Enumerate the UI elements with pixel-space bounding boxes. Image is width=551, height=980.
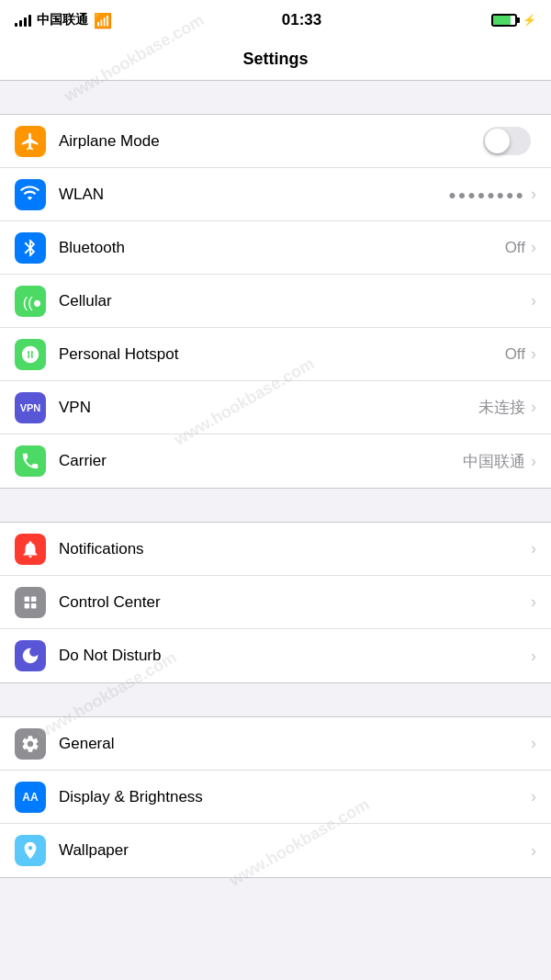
notifications-group: Notifications › Control Center › Do Not … <box>0 522 551 683</box>
carrier-value: 中国联通 <box>463 451 525 472</box>
general-icon <box>15 728 46 760</box>
cellular-row[interactable]: ((●)) Cellular › <box>0 275 551 328</box>
svg-rect-4 <box>31 603 36 608</box>
svg-rect-3 <box>25 603 29 608</box>
vpn-icon: VPN <box>15 392 46 423</box>
wlan-label: WLAN <box>59 186 448 204</box>
svg-rect-1 <box>25 596 29 602</box>
general-label: General <box>59 735 531 753</box>
airplane-mode-label: Airplane Mode <box>59 132 483 151</box>
network-group: Airplane Mode WLAN ●●●●●●●● › Bluetooth … <box>0 114 551 489</box>
status-right: ⚡ <box>491 14 536 27</box>
vpn-value: 未连接 <box>478 397 525 418</box>
status-bar: 中国联通 📶 01:33 ⚡ <box>0 0 551 40</box>
personal-hotspot-row[interactable]: Personal Hotspot Off › <box>0 328 551 381</box>
status-time: 01:33 <box>282 11 321 29</box>
bluetooth-chevron: › <box>531 238 536 257</box>
wlan-chevron: › <box>531 185 536 204</box>
general-chevron: › <box>531 734 536 753</box>
bluetooth-value: Off <box>505 239 525 257</box>
carrier-label: Carrier <box>59 452 463 470</box>
do-not-disturb-chevron: › <box>531 647 536 666</box>
wallpaper-chevron: › <box>531 841 536 861</box>
wlan-value: ●●●●●●●● <box>448 187 525 202</box>
bluetooth-row[interactable]: Bluetooth Off › <box>0 221 551 275</box>
personal-hotspot-label: Personal Hotspot <box>59 345 505 364</box>
svg-text:((●)): ((●)) <box>23 294 40 310</box>
personal-hotspot-chevron: › <box>531 344 536 364</box>
notifications-icon <box>15 534 46 565</box>
personal-hotspot-icon <box>15 339 46 370</box>
charging-icon: ⚡ <box>523 14 536 27</box>
display-brightness-label: Display & Brightness <box>59 788 531 806</box>
bluetooth-label: Bluetooth <box>59 239 505 257</box>
display-brightness-chevron: › <box>531 787 536 806</box>
display-brightness-row[interactable]: AA Display & Brightness › <box>0 771 551 824</box>
section-gap-bottom <box>0 878 551 911</box>
cellular-label: Cellular <box>59 292 531 310</box>
do-not-disturb-icon <box>15 640 46 671</box>
notifications-row[interactable]: Notifications › <box>0 523 551 576</box>
wallpaper-icon <box>15 835 46 866</box>
carrier-chevron: › <box>531 452 536 471</box>
carrier-label: 中国联通 <box>37 12 88 28</box>
section-gap-2 <box>0 489 551 522</box>
airplane-mode-row[interactable]: Airplane Mode <box>0 115 551 168</box>
vpn-chevron: › <box>531 398 536 417</box>
control-center-label: Control Center <box>59 593 531 612</box>
status-left: 中国联通 📶 <box>15 12 112 29</box>
notifications-label: Notifications <box>59 540 531 558</box>
wlan-icon <box>15 179 46 210</box>
carrier-icon <box>15 445 46 477</box>
wallpaper-row[interactable]: Wallpaper › <box>0 824 551 877</box>
vpn-row[interactable]: VPN VPN 未连接 › <box>0 381 551 434</box>
svg-rect-2 <box>31 596 36 602</box>
airplane-mode-toggle[interactable] <box>483 127 531 155</box>
carrier-row[interactable]: Carrier 中国联通 › <box>0 434 551 488</box>
airplane-mode-icon <box>15 126 46 157</box>
personal-hotspot-value: Off <box>505 345 525 364</box>
control-center-row[interactable]: Control Center › <box>0 576 551 629</box>
signal-icon <box>15 14 31 27</box>
wlan-row[interactable]: WLAN ●●●●●●●● › <box>0 168 551 221</box>
cellular-icon: ((●)) <box>15 286 46 317</box>
section-gap-3 <box>0 683 551 716</box>
page-title: Settings <box>0 40 551 81</box>
notifications-chevron: › <box>531 539 536 558</box>
general-group: General › AA Display & Brightness › Wall… <box>0 716 551 878</box>
cellular-chevron: › <box>531 291 536 310</box>
general-row[interactable]: General › <box>0 717 551 771</box>
wifi-icon: 📶 <box>94 12 112 29</box>
control-center-icon <box>15 587 46 618</box>
vpn-label: VPN <box>59 399 478 417</box>
wallpaper-label: Wallpaper <box>59 841 531 860</box>
battery-icon <box>491 14 517 27</box>
control-center-chevron: › <box>531 592 536 612</box>
do-not-disturb-label: Do Not Disturb <box>59 647 531 665</box>
do-not-disturb-row[interactable]: Do Not Disturb › <box>0 629 551 682</box>
section-gap-top <box>0 81 551 114</box>
bluetooth-icon <box>15 232 46 264</box>
display-brightness-icon: AA <box>15 782 46 813</box>
